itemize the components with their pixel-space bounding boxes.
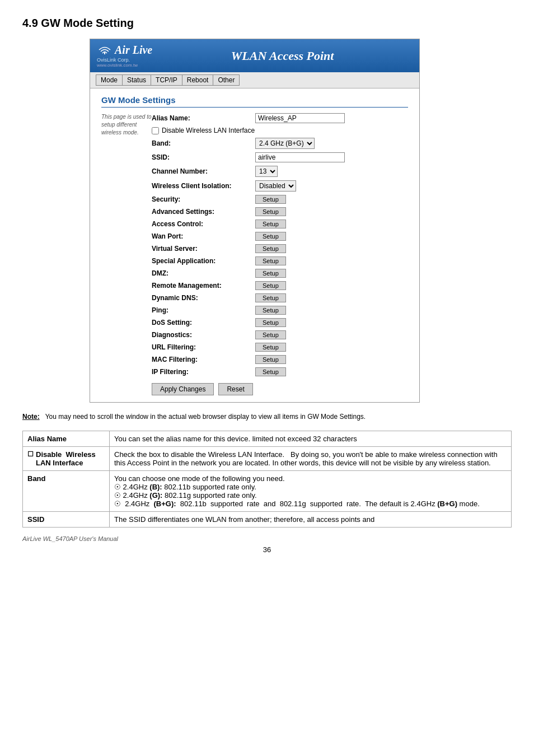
tab-mode[interactable]: Mode (96, 74, 122, 86)
dos-label: DoS Setting: (152, 319, 255, 326)
alias-name-input[interactable] (255, 113, 345, 123)
info-content-ssid: The SSID differentiates one WLAN from an… (110, 512, 512, 528)
apply-changes-btn[interactable]: Apply Changes (152, 383, 214, 395)
wan-row: Wan Port: Setup (152, 232, 408, 241)
ip-label: IP Filtering: (152, 368, 255, 376)
info-table: Alias Name You can set the alias name fo… (22, 431, 512, 528)
nav-bar: Mode Status TCP/IP Reboot Other (90, 72, 419, 88)
note-section: Note: You may need to scroll the window … (22, 413, 512, 421)
logo-text: Air Live (115, 44, 152, 57)
logo-ovislink: OvisLink Corp. (97, 57, 130, 63)
security-setup-btn[interactable]: Setup (255, 195, 286, 204)
wifi-icon (97, 44, 113, 57)
dynamic-label: Dynamic DNS: (152, 294, 255, 302)
virtual-setup-btn[interactable]: Setup (255, 244, 286, 253)
dmz-row: DMZ: Setup (152, 269, 408, 278)
router-panel: Air Live OvisLink Corp. www.ovislink.com… (90, 39, 420, 403)
tab-status[interactable]: Status (122, 74, 151, 86)
wan-setup-btn[interactable]: Setup (255, 232, 286, 241)
form-area: This page is used to setup different wir… (101, 113, 408, 395)
mac-row: MAC Filtering: Setup (152, 355, 408, 364)
info-label-ssid: SSID (23, 512, 110, 528)
disable-wireless-checkbox[interactable] (152, 127, 159, 134)
router-body: GW Mode Settings This page is used to se… (90, 88, 419, 402)
access-label: Access Control: (152, 220, 255, 228)
mac-setup-btn[interactable]: Setup (255, 355, 286, 364)
sidebar-note: This page is used to setup different wir… (101, 113, 152, 395)
url-label: URL Filtering: (152, 343, 255, 351)
table-row: ☐ Disable WirelessLAN Interface Check th… (23, 447, 512, 471)
virtual-label: Virtual Server: (152, 245, 255, 253)
special-setup-btn[interactable]: Setup (255, 256, 286, 265)
disable-wireless-row: Disable Wireless LAN Interface (152, 127, 408, 134)
dmz-setup-btn[interactable]: Setup (255, 269, 286, 278)
dynamic-row: Dynamic DNS: Setup (152, 293, 408, 302)
advanced-setup-btn[interactable]: Setup (255, 207, 286, 216)
access-setup-btn[interactable]: Setup (255, 220, 286, 228)
info-content-band: You can choose one mode of the following… (110, 471, 512, 512)
mac-label: MAC Filtering: (152, 356, 255, 363)
alias-name-label: Alias Name: (152, 114, 255, 122)
ip-setup-btn[interactable]: Setup (255, 367, 286, 376)
checkbox-icon: ☐ (27, 450, 34, 458)
section-title: GW Mode Settings (101, 95, 408, 108)
ssid-row: SSID: (152, 152, 408, 162)
security-row: Security: Setup (152, 195, 408, 204)
page-title: 4.9 GW Mode Setting (22, 17, 512, 30)
alias-name-row: Alias Name: (152, 113, 408, 123)
ping-label: Ping: (152, 306, 255, 314)
reset-btn[interactable]: Reset (218, 383, 252, 395)
logo-area: Air Live OvisLink Corp. www.ovislink.com… (97, 44, 152, 68)
ping-row: Ping: Setup (152, 306, 408, 315)
band-label: Band: (152, 139, 255, 147)
tab-tcpip[interactable]: TCP/IP (151, 74, 182, 86)
special-row: Special Application: Setup (152, 256, 408, 265)
isolation-row: Wireless Client Isolation: Disabled (152, 180, 408, 192)
table-row: Band You can choose one mode of the foll… (23, 471, 512, 512)
tab-reboot[interactable]: Reboot (182, 74, 213, 86)
note-text: You may need to scroll the window in the… (45, 413, 366, 421)
footer-manual: AirLive WL_5470AP User's Manual (22, 535, 512, 542)
isolation-label: Wireless Client Isolation: (152, 182, 255, 190)
wlan-title: WLAN Access Point (152, 49, 413, 63)
ping-setup-btn[interactable]: Setup (255, 306, 286, 315)
security-label: Security: (152, 195, 255, 203)
dynamic-setup-btn[interactable]: Setup (255, 293, 286, 302)
router-header: Air Live OvisLink Corp. www.ovislink.com… (90, 39, 419, 72)
virtual-row: Virtual Server: Setup (152, 244, 408, 253)
channel-select[interactable]: 13 (255, 166, 278, 177)
diagnostics-setup-btn[interactable]: Setup (255, 330, 286, 339)
remote-setup-btn[interactable]: Setup (255, 281, 286, 290)
url-row: URL Filtering: Setup (152, 343, 408, 352)
info-label-band: Band (23, 471, 110, 512)
tab-other[interactable]: Other (213, 74, 240, 86)
dos-row: DoS Setting: Setup (152, 318, 408, 327)
ssid-label: SSID: (152, 153, 255, 161)
table-row: SSID The SSID differentiates one WLAN fr… (23, 512, 512, 528)
channel-row: Channel Number: 13 (152, 166, 408, 177)
remote-label: Remote Management: (152, 282, 255, 290)
url-setup-btn[interactable]: Setup (255, 343, 286, 352)
diagnostics-label: Diagnostics: (152, 331, 255, 339)
table-row: Alias Name You can set the alias name fo… (23, 431, 512, 447)
info-content-aliasname: You can set the alias name for this devi… (110, 431, 512, 447)
band-row: Band: 2.4 GHz (B+G) (152, 138, 408, 149)
wan-label: Wan Port: (152, 232, 255, 240)
diagnostics-row: Diagnostics: Setup (152, 330, 408, 339)
ip-row: IP Filtering: Setup (152, 367, 408, 376)
channel-label: Channel Number: (152, 167, 255, 175)
isolation-select[interactable]: Disabled (255, 180, 296, 192)
dos-setup-btn[interactable]: Setup (255, 318, 286, 327)
band-select[interactable]: 2.4 GHz (B+G) (255, 138, 315, 149)
advanced-row: Advanced Settings: Setup (152, 207, 408, 216)
ssid-input[interactable] (255, 152, 345, 162)
disable-label-text: Disable WirelessLAN Interface (36, 450, 96, 467)
special-label: Special Application: (152, 257, 255, 265)
remote-row: Remote Management: Setup (152, 281, 408, 290)
dmz-label: DMZ: (152, 269, 255, 277)
disable-wireless-label: Disable Wireless LAN Interface (162, 127, 255, 134)
info-label-disable: ☐ Disable WirelessLAN Interface (23, 447, 110, 471)
page-number: 36 (22, 545, 512, 554)
note-label: Note: (22, 413, 40, 421)
bottom-btns: Apply Changes Reset (152, 383, 408, 395)
